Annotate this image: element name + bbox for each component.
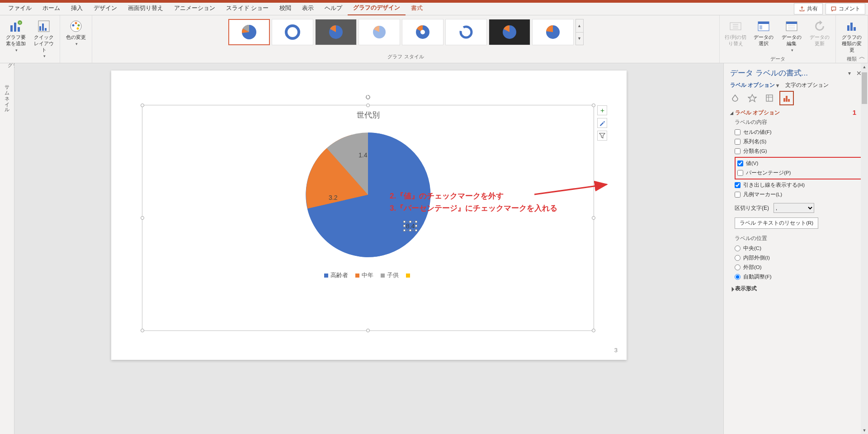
resize-handle-tl[interactable] <box>141 104 144 107</box>
tab-view[interactable]: 表示 <box>297 3 319 15</box>
check-category-name[interactable]: 分類名(G) <box>735 146 862 156</box>
radio-best-fit[interactable]: 自動調整(F) <box>735 272 862 282</box>
tab-animations[interactable]: アニメーション <box>169 3 221 15</box>
legend-item-1[interactable]: 高齢者 <box>324 271 348 279</box>
slide-canvas[interactable]: 世代別 1.4 <box>14 63 723 434</box>
chart-style-5[interactable] <box>402 19 443 45</box>
change-colors-button[interactable]: 色の変更 <box>63 17 89 49</box>
tab-file[interactable]: ファイル <box>3 3 37 15</box>
pane-subtab-text-options[interactable]: 文字のオプション <box>785 82 829 89</box>
check-legend-marker[interactable]: 凡例マーカー(L) <box>735 190 862 199</box>
change-chart-type-button[interactable]: グラフの種類の変更 <box>839 17 865 55</box>
resize-handle-bm[interactable] <box>366 329 370 332</box>
style-gallery-nav: ▲ ▼ <box>576 19 584 45</box>
tab-help[interactable]: ヘルプ <box>319 3 348 15</box>
pane-options-dropdown[interactable]: ▾ <box>848 70 851 76</box>
thumbnail-strip[interactable]: サムネイル <box>0 63 14 434</box>
separator-select[interactable]: , <box>774 203 814 213</box>
svg-text:+: + <box>19 21 21 25</box>
legend-item-2[interactable]: 中年 <box>355 271 373 279</box>
svg-rect-1 <box>14 23 16 32</box>
resize-handle-mr[interactable] <box>592 216 595 220</box>
pane-category-icons <box>730 93 862 103</box>
chart-style-6[interactable] <box>445 19 487 45</box>
comment-button[interactable]: コメント <box>826 3 865 14</box>
resize-handle-bl[interactable] <box>141 329 144 332</box>
chart-object[interactable]: 世代別 1.4 <box>142 105 594 331</box>
menu-tabs: ファイル ホーム 挿入 デザイン 画面切り替え アニメーション スライド ショー… <box>0 3 868 15</box>
tab-review[interactable]: 校閲 <box>274 3 297 15</box>
legend-item-3[interactable]: 子供 <box>381 271 399 279</box>
label-options-icon[interactable] <box>782 93 792 103</box>
tab-design[interactable]: デザイン <box>88 3 123 15</box>
data-label-2[interactable]: 3.2 <box>329 194 337 201</box>
svg-rect-29 <box>847 25 849 31</box>
tab-home[interactable]: ホーム <box>37 3 66 15</box>
ribbon-colors-spacer <box>75 54 76 62</box>
scroll-down[interactable]: ▼ <box>861 427 868 434</box>
fill-line-icon[interactable] <box>730 93 740 103</box>
resize-handle-ml[interactable] <box>141 216 144 220</box>
pane-scrollbar[interactable]: ▲ ▼ <box>861 63 868 434</box>
select-data-button[interactable]: データの選択 <box>750 17 777 49</box>
pane-subtab-label-options[interactable]: ラベル オプション ▾ <box>730 82 779 89</box>
chart-legend[interactable]: 高齢者 中年 子供 <box>142 260 594 279</box>
resize-handle-tr[interactable] <box>592 104 595 107</box>
edit-data-button[interactable]: データの編集 <box>778 17 805 55</box>
quick-layout-icon <box>37 19 51 33</box>
legend-label-2: 中年 <box>362 271 373 279</box>
data-label-1[interactable]: 8.4 <box>405 222 416 230</box>
chart-title[interactable]: 世代別 <box>142 105 594 120</box>
slide[interactable]: 世代別 1.4 <box>111 71 627 360</box>
change-type-label: グラフの種類の変更 <box>840 34 864 53</box>
refresh-data-button: データの更新 <box>807 17 833 49</box>
tab-slideshow[interactable]: スライド ショー <box>221 3 274 15</box>
chart-style-1[interactable] <box>228 19 270 45</box>
style-nav-more[interactable]: ▼ <box>576 33 583 45</box>
radio-inside-end[interactable]: 内部外側(I) <box>735 253 862 263</box>
check-value[interactable]: 値(V) <box>737 159 859 168</box>
check-series-name[interactable]: 系列名(S) <box>735 137 862 146</box>
quick-layout-button[interactable]: クイック レイアウト <box>31 17 57 61</box>
add-chart-element-button[interactable]: + グラフ要素を追加 <box>3 17 29 55</box>
chart-style-3[interactable] <box>315 19 357 45</box>
svg-rect-30 <box>850 23 853 31</box>
ribbon-styles-label: グラフ スタイル <box>387 52 424 62</box>
effects-icon[interactable] <box>747 93 757 103</box>
data-label-3[interactable]: 1.4 <box>359 151 367 159</box>
legend-item-4[interactable] <box>406 271 412 279</box>
chart-filter-button[interactable] <box>597 131 607 141</box>
tab-chart-design[interactable]: グラフのデザイン <box>348 2 406 15</box>
add-element-icon: + <box>9 19 23 33</box>
share-button[interactable]: 共有 <box>794 3 823 14</box>
ribbon-collapse-button[interactable]: ︿ <box>859 53 865 61</box>
tab-insert[interactable]: 挿入 <box>66 3 88 15</box>
chart-style-2[interactable] <box>272 19 313 45</box>
check-leader-lines[interactable]: 引き出し線を表示する(H) <box>735 180 862 190</box>
legend-label-1: 高齢者 <box>330 271 348 279</box>
resize-handle-tm[interactable] <box>366 104 370 107</box>
section-number-format[interactable]: ◢表示形式 <box>730 285 862 292</box>
style-nav-up[interactable]: ▲ <box>576 19 583 33</box>
chart-style-4[interactable] <box>359 19 400 45</box>
svg-line-33 <box>534 184 607 194</box>
svg-rect-26 <box>760 25 762 29</box>
size-properties-icon[interactable] <box>764 93 774 103</box>
check-cell-value[interactable]: セルの値(F) <box>735 127 862 137</box>
radio-outside[interactable]: 外部(O) <box>735 263 862 272</box>
tab-transitions[interactable]: 画面切り替え <box>123 3 169 15</box>
scroll-up[interactable]: ▲ <box>861 63 868 71</box>
chart-style-7[interactable] <box>489 19 530 45</box>
reset-label-text-button[interactable]: ラベル テキストのリセット(R) <box>735 217 818 229</box>
section-label-options[interactable]: ◢ラベル オプション <box>730 109 862 116</box>
rotate-handle[interactable] <box>365 94 371 100</box>
scroll-thumb[interactable] <box>862 72 867 104</box>
tab-format[interactable]: 書式 <box>406 3 428 15</box>
resize-handle-br[interactable] <box>592 329 595 332</box>
ribbon: + グラフ要素を追加 クイック レイアウト グラフのレイアウト 色の変更 <box>0 15 868 63</box>
radio-center[interactable]: 中央(C) <box>735 244 862 253</box>
check-percentage[interactable]: パーセンテージ(P) <box>737 168 859 178</box>
chart-style-8[interactable] <box>532 19 574 45</box>
chart-elements-button[interactable]: ＋ <box>597 105 607 115</box>
chart-styles-button[interactable] <box>597 118 607 128</box>
